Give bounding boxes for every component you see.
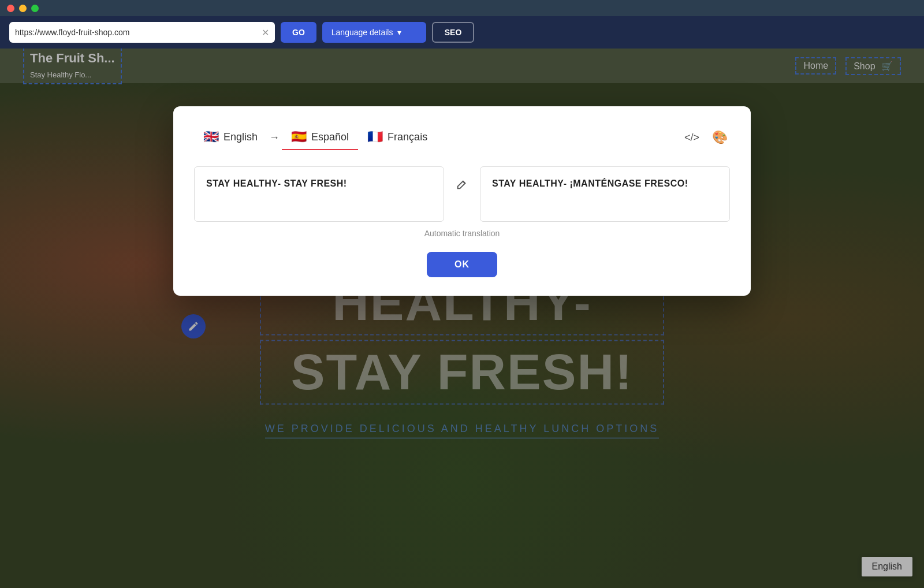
browser-bar: https://www.floyd-fruit-shop.com ✕ GO La… (0, 16, 924, 49)
spanish-language-tab[interactable]: 🇪🇸 Español (282, 125, 358, 150)
source-language-tab[interactable]: 🇬🇧 English (194, 125, 267, 150)
french-flag-icon: 🇫🇷 (367, 129, 383, 144)
ok-button-row: OK (194, 252, 730, 277)
language-details-label: Language details (331, 28, 393, 37)
traffic-light-green[interactable] (31, 5, 39, 12)
palette-icon: 🎨 (712, 130, 728, 144)
auto-translation-label: Automatic translation (194, 229, 730, 238)
ok-button[interactable]: OK (427, 252, 497, 277)
source-text-input[interactable] (194, 166, 444, 222)
spellcheck-icon (456, 166, 468, 193)
color-palette-button[interactable]: 🎨 (710, 128, 730, 147)
source-language-label: English (223, 131, 258, 143)
french-language-label: Français (388, 131, 427, 143)
chevron-down-icon: ▾ (397, 28, 401, 37)
url-text: https://www.floyd-fruit-shop.com (15, 28, 257, 37)
clear-url-icon[interactable]: ✕ (262, 27, 269, 38)
code-view-button[interactable]: </> (682, 129, 702, 146)
french-language-tab[interactable]: 🇫🇷 Français (358, 125, 437, 150)
spanish-flag-icon: 🇪🇸 (291, 129, 307, 144)
code-icon: </> (684, 132, 699, 143)
translation-modal: 🇬🇧 English → 🇪🇸 Español 🇫🇷 Français (173, 106, 751, 296)
modal-header: 🇬🇧 English → 🇪🇸 Español 🇫🇷 Français (194, 125, 730, 150)
language-details-button[interactable]: Language details ▾ (322, 22, 426, 43)
traffic-light-red[interactable] (7, 5, 14, 12)
english-flag-icon: 🇬🇧 (203, 129, 219, 144)
svg-line-0 (463, 181, 465, 184)
window-chrome (0, 0, 924, 16)
address-bar[interactable]: https://www.floyd-fruit-shop.com ✕ (9, 22, 275, 43)
website-background: The Fruit Sh... Stay Healthy Flo... Home… (0, 49, 924, 588)
modal-overlay: 🇬🇧 English → 🇪🇸 Español 🇫🇷 Français (0, 49, 924, 588)
spanish-language-label: Español (311, 131, 349, 143)
modal-header-icons: </> 🎨 (682, 128, 730, 147)
translation-row (194, 166, 730, 222)
language-arrow-icon: → (269, 132, 280, 144)
go-button[interactable]: GO (281, 22, 316, 43)
traffic-light-yellow[interactable] (19, 5, 27, 12)
seo-button[interactable]: SEO (432, 22, 475, 43)
translated-text-input[interactable] (480, 166, 730, 222)
